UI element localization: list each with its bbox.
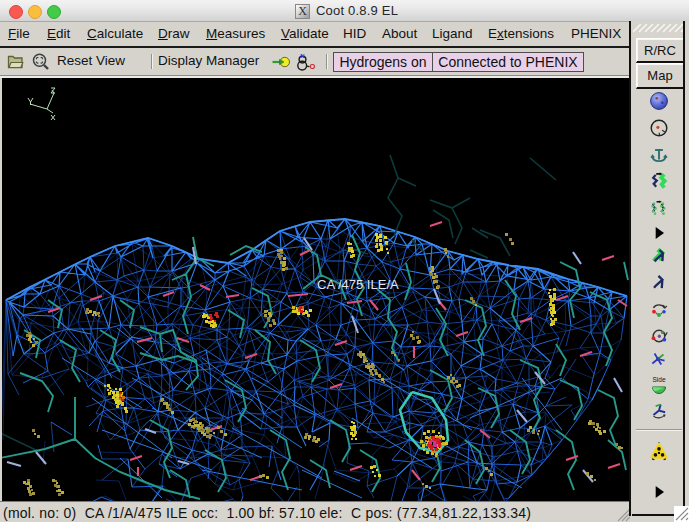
svg-text:CA /475 ILE/A: CA /475 ILE/A — [317, 277, 399, 292]
svg-text:O: O — [310, 62, 316, 71]
svg-text:Side: Side — [652, 376, 665, 383]
svg-text:N: N — [300, 53, 304, 59]
